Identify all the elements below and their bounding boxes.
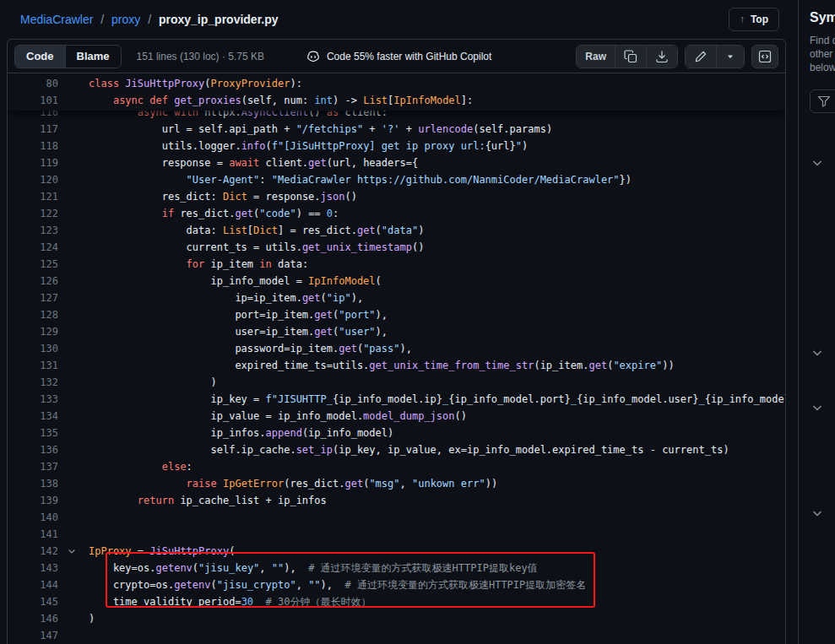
code-token: }) (620, 174, 632, 186)
code-token (217, 478, 223, 490)
code-token: ] = res_dict. (278, 225, 357, 236)
code-token: ) (89, 376, 217, 388)
line-number[interactable]: 132 (8, 374, 58, 391)
code-text: ) (89, 610, 785, 627)
line-number[interactable]: 127 (8, 290, 58, 306)
code-token: in (259, 258, 271, 270)
code-line: 129 user=ip_item.get("user"), (8, 323, 785, 340)
fold-chevron-icon[interactable] (58, 543, 89, 560)
symbol-group-chevron-icon[interactable] (811, 506, 824, 520)
code-token: client. (259, 157, 308, 169)
code-token (89, 95, 113, 106)
code-token: key=os. (89, 562, 155, 574)
symbol-group-chevron-icon[interactable] (811, 346, 824, 360)
code-text: for ip_item in data: (89, 256, 785, 273)
line-number[interactable]: 126 (8, 273, 58, 290)
line-number[interactable]: 142 (8, 543, 58, 560)
line-number[interactable]: 130 (8, 340, 58, 357)
gutter-space (58, 290, 89, 306)
line-number[interactable]: 124 (8, 239, 58, 256)
line-number[interactable]: 123 (8, 222, 58, 239)
code-token: : (187, 461, 192, 473)
gutter-space (58, 75, 89, 92)
copy-button[interactable] (615, 46, 647, 68)
line-number[interactable]: 122 (8, 205, 58, 222)
code-token: get (314, 326, 333, 338)
code-token: get (344, 478, 363, 490)
gutter-space (58, 391, 89, 408)
code-token: IpInfoModel (393, 95, 460, 106)
code-token: List (223, 225, 247, 236)
tab-blame[interactable]: Blame (66, 46, 121, 68)
code-text: time_validity_period=30 # 30分钟（最长时效） (89, 593, 785, 610)
raw-button[interactable]: Raw (577, 46, 615, 68)
code-token: def (149, 95, 168, 106)
line-number[interactable]: 125 (8, 256, 58, 273)
line-number[interactable]: 118 (8, 138, 58, 154)
line-number[interactable]: 139 (8, 492, 58, 509)
download-button[interactable] (647, 46, 677, 68)
code-text: utils.logger.info(f"[JiSuHttpProxy] get … (89, 138, 785, 154)
line-number[interactable]: 128 (8, 306, 58, 323)
code-token: get (308, 157, 327, 169)
line-number[interactable]: 135 (8, 425, 58, 441)
gutter-space (58, 526, 89, 543)
code-line: 130 password=ip_item.get("pass"), (8, 340, 785, 357)
code-text: url = self.api_path + "/fetchips" + '?' … (89, 121, 785, 138)
gutter-space (58, 138, 89, 154)
line-number[interactable]: 119 (8, 154, 58, 171)
code-lines: 116 async with httpx.AsyncClient() as cl… (8, 104, 785, 644)
line-number[interactable]: 147 (8, 627, 58, 644)
breadcrumb-separator: / (100, 13, 104, 26)
line-number[interactable]: 134 (8, 408, 58, 425)
code-token: for (187, 258, 205, 270)
code-line: 141 (8, 526, 785, 543)
line-number[interactable]: 117 (8, 121, 58, 138)
back-to-top-button[interactable]: ↑ Top (729, 8, 779, 31)
line-number[interactable]: 143 (8, 560, 58, 576)
code-line: 120 "User-Agent": "MediaCrawler https://… (8, 171, 785, 188)
gutter-space (58, 222, 89, 239)
code-token: "User-Agent" (187, 174, 260, 186)
line-number[interactable]: 145 (8, 593, 58, 610)
line-number[interactable]: 101 (8, 92, 58, 109)
code-token: ip=ip_item. (89, 292, 302, 304)
code-line: 125 for ip_item in data: (8, 256, 785, 273)
line-number[interactable]: 141 (8, 526, 58, 543)
code-token: get (588, 360, 607, 371)
breadcrumb-repo-link[interactable]: MediaCrawler (20, 13, 93, 26)
code-token: res_dict: (89, 191, 223, 203)
line-number[interactable]: 133 (8, 391, 58, 408)
edit-button[interactable] (686, 46, 717, 68)
symbols-toggle-button[interactable] (751, 45, 778, 68)
code-token: (ip_info_model) (302, 427, 393, 439)
code-text: return ip_cache_list + ip_infos (89, 492, 785, 509)
breadcrumb-folder-link[interactable]: proxy (111, 13, 140, 26)
line-number[interactable]: 121 (8, 188, 58, 205)
code-text: async def get_proxies(self, num: int) ->… (89, 92, 785, 109)
line-number[interactable]: 146 (8, 610, 58, 627)
code-line: 135 ip_infos.append(ip_info_model) (8, 425, 785, 441)
line-number[interactable]: 138 (8, 475, 58, 492)
line-number[interactable]: 140 (8, 509, 58, 526)
line-number[interactable]: 137 (8, 458, 58, 475)
edit-dropdown-button[interactable] (717, 46, 744, 68)
code-token: ), (351, 292, 363, 304)
gutter-space (58, 576, 89, 593)
symbol-group-chevron-icon[interactable] (811, 401, 824, 414)
code-token: get_unix_time_from_time_str (369, 360, 534, 371)
line-number[interactable]: 80 (8, 75, 58, 92)
code-token: getenv (155, 562, 192, 574)
tab-code[interactable]: Code (15, 46, 66, 68)
symbol-group-chevron-icon[interactable] (811, 156, 824, 170)
code-token: , (259, 562, 271, 574)
line-number[interactable]: 144 (8, 576, 58, 593)
symbols-title: Symbols (810, 0, 835, 25)
gutter-space (58, 273, 89, 290)
line-number[interactable]: 136 (8, 441, 58, 458)
line-number[interactable]: 120 (8, 171, 58, 188)
code-text: res_dict: Dict = response.json() (89, 188, 785, 205)
line-number[interactable]: 129 (8, 323, 58, 340)
code-token: ) (418, 225, 424, 236)
line-number[interactable]: 131 (8, 357, 58, 374)
